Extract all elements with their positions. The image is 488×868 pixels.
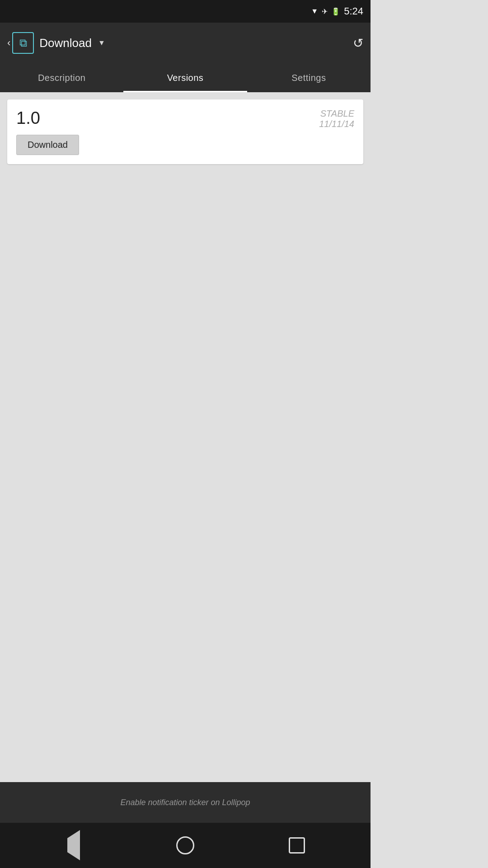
- nav-bar: [0, 823, 371, 868]
- nav-home-button[interactable]: [172, 832, 199, 859]
- bottom-bar: Enable notification ticker on Lollipop: [0, 782, 371, 823]
- nav-recents-icon: [289, 837, 305, 854]
- main-content: 1.0 STABLE 11/11/14 Download: [0, 92, 371, 782]
- download-button[interactable]: Download: [16, 135, 79, 155]
- puzzle-icon: ⧉: [19, 37, 27, 49]
- nav-back-icon: [67, 838, 80, 853]
- back-button[interactable]: ‹ ⧉: [7, 32, 34, 54]
- status-bar: ▼ ✈ 🔋 5:24: [0, 0, 371, 23]
- back-arrow-icon: ‹: [7, 37, 10, 49]
- tab-settings[interactable]: Settings: [247, 63, 371, 92]
- app-bar: ‹ ⧉ Download ▼ ↺: [0, 23, 371, 63]
- bottom-bar-text: Enable notification ticker on Lollipop: [120, 798, 250, 807]
- version-stable-label: STABLE: [319, 108, 354, 119]
- nav-back-button[interactable]: [60, 832, 87, 859]
- tab-versions[interactable]: Versions: [123, 63, 247, 92]
- nav-recents-button[interactable]: [283, 832, 310, 859]
- app-bar-left: ‹ ⧉ Download ▼: [7, 32, 105, 54]
- battery-icon: 🔋: [331, 7, 340, 16]
- tab-bar: Description Versions Settings: [0, 63, 371, 92]
- app-logo: ⧉: [12, 32, 34, 54]
- nav-home-icon: [176, 836, 194, 854]
- dropdown-arrow-icon: ▼: [98, 39, 105, 47]
- version-card: 1.0 STABLE 11/11/14 Download: [7, 99, 363, 164]
- version-meta: STABLE 11/11/14: [319, 108, 354, 129]
- wifi-icon: ▼: [311, 7, 318, 15]
- status-icons: ▼ ✈ 🔋 5:24: [311, 5, 363, 17]
- tab-description[interactable]: Description: [0, 63, 123, 92]
- version-date: 11/11/14: [319, 119, 354, 129]
- version-number: 1.0: [16, 108, 40, 128]
- version-card-header: 1.0 STABLE 11/11/14: [16, 108, 354, 129]
- airplane-icon: ✈: [322, 7, 328, 16]
- refresh-button[interactable]: ↺: [353, 36, 363, 51]
- status-time: 5:24: [344, 5, 363, 17]
- app-bar-title: Download: [39, 36, 92, 50]
